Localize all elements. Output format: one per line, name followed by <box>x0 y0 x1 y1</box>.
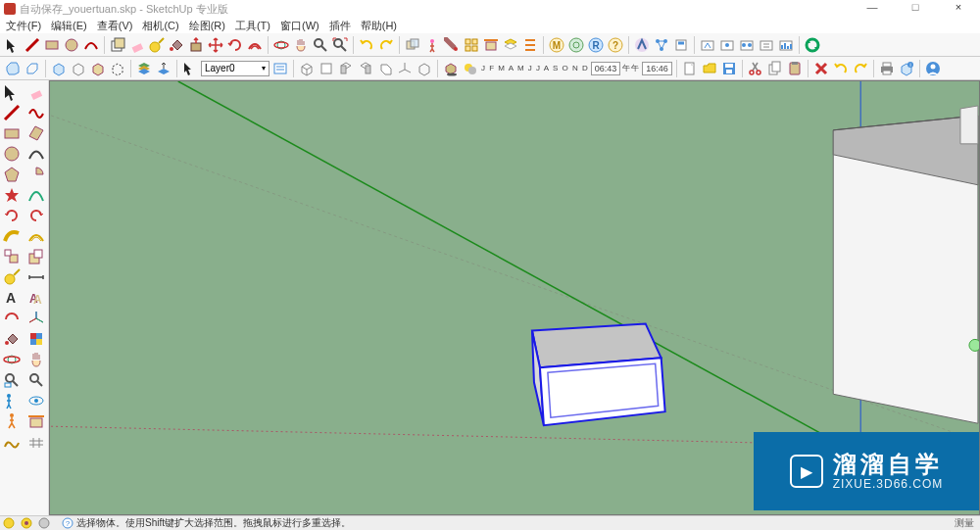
save-icon[interactable] <box>720 60 738 77</box>
layer-pointer-icon[interactable] <box>181 60 199 77</box>
print-icon[interactable] <box>878 60 896 77</box>
sandbox-1-icon[interactable] <box>2 432 22 452</box>
polygon-tool-icon[interactable] <box>2 165 22 184</box>
iso-icon[interactable] <box>298 60 316 77</box>
look-around-icon[interactable] <box>26 391 46 410</box>
layer-stack-icon[interactable] <box>135 60 153 77</box>
rot-rect-tool-icon[interactable] <box>26 123 46 143</box>
text-tool-icon[interactable]: A <box>2 288 22 308</box>
outliner-icon[interactable] <box>521 36 539 54</box>
redo-icon[interactable] <box>377 36 395 54</box>
zoom-window-icon[interactable] <box>2 370 22 390</box>
redo-2-icon[interactable] <box>852 60 869 77</box>
rectangle-tool-icon[interactable] <box>2 123 22 143</box>
arc-tool-icon[interactable] <box>26 144 46 164</box>
layer-manager-icon[interactable] <box>271 60 289 77</box>
select-tool-icon[interactable] <box>2 82 22 102</box>
user-icon[interactable] <box>924 60 942 77</box>
outer-shell-icon[interactable] <box>50 60 68 77</box>
followme-icon[interactable] <box>2 226 22 246</box>
3dtext-tool-icon[interactable]: AA <box>26 288 46 308</box>
delete-icon[interactable] <box>812 60 830 77</box>
paste-icon[interactable] <box>786 60 804 77</box>
shadows-settings-icon[interactable] <box>462 60 479 77</box>
claim-icon[interactable] <box>20 516 33 530</box>
paint-bucket-icon[interactable] <box>168 36 185 54</box>
zoom-icon[interactable] <box>312 36 329 54</box>
walk-icon[interactable] <box>2 411 22 431</box>
warehouse-r-icon[interactable]: R <box>587 36 605 54</box>
dimension-tool-icon[interactable] <box>26 267 46 287</box>
rotate-icon[interactable] <box>226 36 244 54</box>
paint-tool-icon[interactable] <box>2 329 22 349</box>
podium-3-icon[interactable] <box>738 36 756 54</box>
rotate-ccw-icon[interactable] <box>2 206 22 225</box>
zoom-extents-icon[interactable] <box>331 36 349 54</box>
date-box[interactable]: 06:43 <box>591 62 621 75</box>
menu-tools[interactable]: 工具(T) <box>233 19 272 33</box>
podium-4-icon[interactable] <box>758 36 775 54</box>
undo-2-icon[interactable] <box>832 60 850 77</box>
podium-5-icon[interactable] <box>777 36 795 54</box>
section-cut-icon[interactable] <box>482 36 500 54</box>
open-icon[interactable] <box>701 60 718 77</box>
move-icon[interactable] <box>207 36 224 54</box>
menu-plugins[interactable]: 插件 <box>327 19 353 33</box>
component-icon[interactable] <box>109 36 126 54</box>
pie-tool-icon[interactable] <box>26 165 46 184</box>
circle-tool-icon[interactable] <box>2 144 22 164</box>
layer-select[interactable]: Layer0 <box>201 61 270 76</box>
layer-open-icon[interactable] <box>155 60 172 77</box>
month-strip[interactable]: J F M A M J J A S O N D <box>481 64 589 72</box>
time-box[interactable]: 16:46 <box>642 62 672 75</box>
trim-icon[interactable] <box>109 60 126 77</box>
tape-tool-icon[interactable] <box>2 267 22 287</box>
orbit-icon[interactable] <box>272 36 290 54</box>
paint-icon-2[interactable] <box>443 36 461 54</box>
solid-subtract-tool-icon[interactable] <box>26 247 46 266</box>
tape-icon[interactable] <box>148 36 166 54</box>
help-status-icon[interactable]: ? <box>61 516 74 530</box>
refresh-icon[interactable] <box>804 36 821 54</box>
rectangle-icon[interactable] <box>43 36 61 54</box>
line-tool-icon[interactable] <box>2 103 22 122</box>
eraser-icon[interactable] <box>128 36 146 54</box>
line-icon[interactable] <box>24 36 41 54</box>
person-icon[interactable] <box>423 36 441 54</box>
component-browser-icon[interactable] <box>463 36 480 54</box>
model-info-icon[interactable]: i <box>898 60 915 77</box>
menu-draw[interactable]: 绘图(R) <box>187 19 227 33</box>
offset-icon[interactable] <box>246 36 264 54</box>
podium-2-icon[interactable] <box>718 36 736 54</box>
split-icon[interactable] <box>89 60 107 77</box>
bottom-icon[interactable] <box>416 60 433 77</box>
pan-icon[interactable] <box>292 36 310 54</box>
copy-icon[interactable] <box>766 60 784 77</box>
geo-icon[interactable] <box>2 516 16 530</box>
menu-file[interactable]: 文件(F) <box>4 19 43 33</box>
protractor-tool-icon[interactable] <box>2 309 22 328</box>
intersect-icon[interactable] <box>70 60 87 77</box>
pushpull-icon[interactable] <box>187 36 205 54</box>
maximize-button[interactable]: □ <box>898 1 933 17</box>
select-icon[interactable] <box>4 36 22 54</box>
front-icon[interactable] <box>337 60 355 77</box>
pan-tool-icon[interactable] <box>26 350 46 369</box>
vray-a-icon[interactable] <box>633 36 651 54</box>
selected-box[interactable] <box>532 323 665 425</box>
sampler-tool-icon[interactable] <box>26 329 46 349</box>
warehouse-gear-icon[interactable] <box>567 36 585 54</box>
scale-tool-icon[interactable] <box>2 247 22 266</box>
zoom-ext-tool-icon[interactable] <box>26 370 46 390</box>
menu-help[interactable]: 帮助(H) <box>359 19 399 33</box>
layers-icon[interactable] <box>502 36 519 54</box>
podium-1-icon[interactable] <box>699 36 716 54</box>
bezier-tool-icon[interactable] <box>26 185 46 205</box>
undo-icon[interactable] <box>358 36 375 54</box>
solid-subtract-icon[interactable] <box>24 60 41 77</box>
position-camera-icon[interactable] <box>2 391 22 410</box>
left-icon[interactable] <box>396 60 414 77</box>
star-tool-icon[interactable] <box>2 185 22 205</box>
close-button[interactable]: × <box>941 1 976 17</box>
menu-camera[interactable]: 相机(C) <box>140 19 180 33</box>
